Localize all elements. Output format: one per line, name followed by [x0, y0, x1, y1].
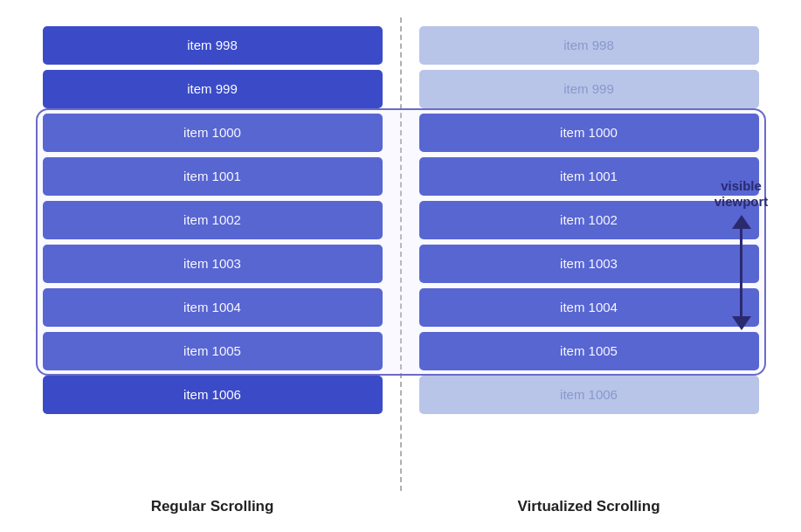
- list-item: item 1003: [43, 245, 383, 283]
- svg-marker-1: [732, 316, 751, 330]
- viewport-annotation: visibleviewport: [707, 178, 777, 330]
- left-column-label: Regular Scrolling: [25, 498, 400, 515]
- annotation-text: visibleviewport: [715, 178, 769, 210]
- list-item: item 999: [419, 70, 759, 108]
- arrow-shaft: [740, 229, 742, 316]
- list-item: item 1002: [43, 201, 383, 239]
- list-item: item 1006: [419, 376, 759, 414]
- right-column-label: Virtualized Scrolling: [402, 498, 777, 515]
- list-item: item 1005: [43, 332, 383, 370]
- list-item: item 1000: [419, 114, 759, 152]
- list-item: item 998: [43, 26, 383, 65]
- list-item: item 1001: [43, 157, 383, 196]
- list-item: item 1005: [419, 332, 759, 370]
- svg-marker-0: [732, 215, 751, 229]
- list-item: item 999: [43, 70, 383, 108]
- left-column: item 998 item 999 item 1000 item 1001 it…: [25, 17, 400, 491]
- down-arrow-icon: [732, 316, 751, 330]
- list-item: item 1000: [43, 114, 383, 152]
- list-item: item 1004: [43, 288, 383, 327]
- labels-row: Regular Scrolling Virtualized Scrolling: [25, 491, 777, 515]
- columns-area: item 998 item 999 item 1000 item 1001 it…: [25, 17, 777, 491]
- list-item: item 998: [419, 26, 759, 65]
- diagram: item 998 item 999 item 1000 item 1001 it…: [25, 17, 777, 515]
- list-item: item 1006: [43, 376, 383, 414]
- up-arrow-icon: [732, 215, 751, 229]
